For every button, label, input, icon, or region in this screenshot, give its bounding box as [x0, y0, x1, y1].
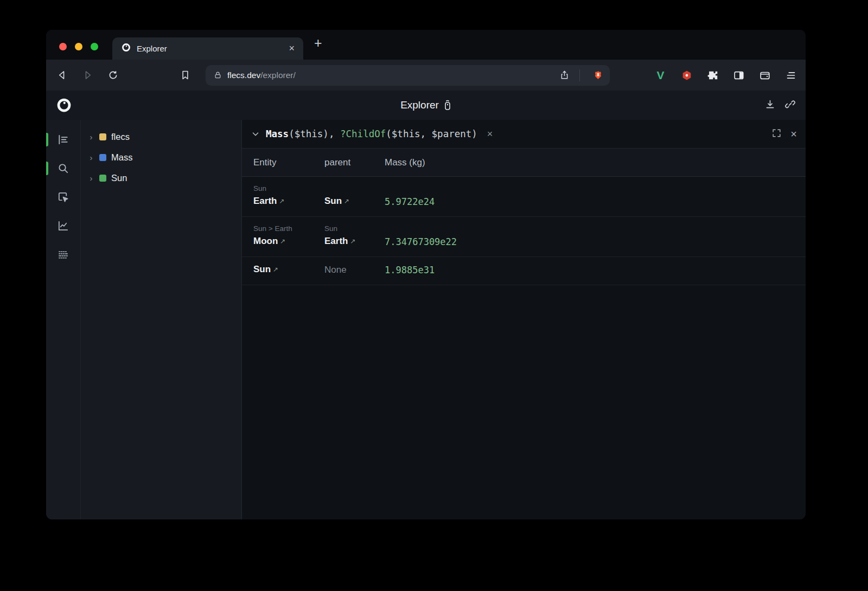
- url-text: flecs.dev/explorer/: [227, 70, 551, 80]
- url-domain: flecs.dev: [227, 70, 260, 80]
- external-link-icon: ↗: [350, 237, 355, 245]
- divider: [579, 69, 580, 81]
- entity-name: Moon: [253, 236, 278, 246]
- extensions-puzzle-icon[interactable]: [705, 68, 720, 82]
- mass-cell: 5.9722e24: [373, 196, 806, 208]
- brave-shields-icon[interactable]: [593, 70, 603, 80]
- column-mass: Mass (kg): [373, 157, 806, 168]
- close-panel-icon[interactable]: ×: [790, 129, 797, 139]
- query-bar: Mass($this), ?ChildOf($this, $parent) × …: [242, 120, 806, 148]
- entity-link[interactable]: Earth↗: [324, 235, 373, 248]
- entity-link[interactable]: Earth↗: [253, 195, 313, 208]
- entity-color-swatch: [99, 154, 106, 161]
- expander-icon[interactable]: ›: [88, 153, 94, 162]
- back-button[interactable]: [54, 67, 70, 83]
- external-link-icon: ↗: [273, 266, 278, 273]
- new-tab-button[interactable]: +: [314, 35, 322, 51]
- expander-icon[interactable]: ›: [88, 174, 94, 183]
- bookmark-icon[interactable]: [177, 67, 193, 83]
- empty-results-area: [242, 285, 806, 519]
- app-header-actions: [764, 99, 796, 112]
- link-icon[interactable]: [784, 99, 796, 112]
- query-segment: ?ChildOf: [340, 129, 386, 139]
- app-title: Explorer: [400, 99, 439, 111]
- external-link-icon: ↗: [344, 197, 349, 205]
- reload-button[interactable]: [105, 67, 121, 83]
- url-path: /explorer/: [260, 70, 296, 80]
- parent-none: None: [324, 264, 373, 276]
- query-input[interactable]: Mass($this), ?ChildOf($this, $parent): [266, 129, 477, 139]
- tab-explorer[interactable]: Explorer ×: [112, 37, 303, 60]
- entity-link[interactable]: Sun↗: [253, 264, 313, 276]
- chevron-down-icon[interactable]: [251, 129, 260, 139]
- vue-devtools-icon[interactable]: V: [653, 68, 668, 82]
- lock-icon: [214, 71, 222, 79]
- hexagon-extension-icon[interactable]: [679, 68, 694, 82]
- app-header: Explorer: [46, 91, 806, 120]
- flecs-favicon-icon: [121, 42, 131, 55]
- tree-item-sun[interactable]: › Sun: [88, 168, 241, 188]
- tree-item-flecs[interactable]: › flecs: [88, 126, 241, 147]
- close-window-button[interactable]: [59, 43, 67, 50]
- tab-title: Explorer: [137, 44, 282, 53]
- app-title-wrap: Explorer: [46, 99, 806, 111]
- tab-close-icon[interactable]: ×: [288, 43, 296, 54]
- entity-tree-panel: › flecs › Mass › Sun: [80, 120, 241, 519]
- rest-log-button[interactable]: [46, 243, 80, 265]
- query-panel: Mass($this), ?ChildOf($this, $parent) × …: [241, 120, 806, 519]
- download-icon[interactable]: [764, 99, 776, 112]
- entity-name: Sun: [253, 264, 271, 274]
- icon-sidebar: [46, 120, 80, 519]
- wallet-icon[interactable]: [757, 68, 772, 82]
- entity-cell: Sun > Earth Moon↗: [242, 223, 313, 248]
- parent-cell: None: [313, 264, 373, 276]
- entity-link[interactable]: Moon↗: [253, 235, 313, 248]
- remote-icon: [444, 100, 451, 111]
- query-segment: ($this),: [289, 129, 340, 139]
- entity-path: Sun > Earth: [253, 223, 313, 234]
- mass-cell: 7.34767309e22: [373, 236, 806, 248]
- maximize-window-button[interactable]: [91, 43, 98, 50]
- menu-icon[interactable]: [783, 68, 798, 82]
- mass-value: 5.9722e24: [385, 196, 806, 208]
- clear-query-icon[interactable]: ×: [487, 129, 493, 140]
- mass-value: 7.34767309e22: [385, 236, 806, 248]
- extensions-cluster: V: [653, 68, 798, 82]
- entity-cell: Sun↗: [242, 264, 313, 276]
- entity-name: Earth: [324, 236, 348, 246]
- tree-item-label: flecs: [111, 132, 130, 142]
- search-button[interactable]: [46, 157, 80, 179]
- table-row: Sun↗ None 1.9885e31: [242, 257, 806, 285]
- tab-strip: Explorer × +: [46, 30, 806, 60]
- table-row: Sun Earth↗ Sun↗ 5.9722e24: [242, 177, 806, 217]
- mass-cell: 1.9885e31: [373, 264, 806, 276]
- entity-color-swatch: [99, 133, 106, 140]
- expander-icon[interactable]: ›: [88, 132, 94, 142]
- query-segment: Mass: [266, 129, 289, 139]
- browser-toolbar: flecs.dev/explorer/ V: [46, 60, 806, 91]
- tree-view-button[interactable]: [46, 129, 80, 150]
- entity-link[interactable]: Sun↗: [324, 195, 373, 208]
- parent-cell: Sun↗: [313, 195, 373, 208]
- share-icon[interactable]: [559, 70, 570, 80]
- expand-icon[interactable]: [771, 128, 782, 140]
- sidebar-toggle-icon[interactable]: [731, 68, 746, 82]
- browser-window: Explorer × + flecs.: [46, 30, 806, 519]
- external-link-icon: ↗: [280, 237, 285, 245]
- entity-name: Sun: [324, 196, 342, 206]
- inspect-button[interactable]: [46, 186, 80, 208]
- query-bar-actions: ×: [771, 128, 797, 140]
- query-segment: ($this, $parent): [386, 129, 477, 139]
- window-controls: [46, 43, 112, 50]
- entity-cell: Sun Earth↗: [242, 183, 313, 208]
- address-bar[interactable]: flecs.dev/explorer/: [206, 65, 610, 86]
- minimize-window-button[interactable]: [75, 43, 82, 50]
- app-content: › flecs › Mass › Sun: [46, 120, 806, 519]
- tree-item-label: Mass: [111, 152, 132, 163]
- tree-item-mass[interactable]: › Mass: [88, 147, 241, 168]
- forward-button[interactable]: [79, 67, 95, 83]
- stats-button[interactable]: [46, 215, 80, 236]
- table-header: Entity parent Mass (kg): [242, 148, 806, 177]
- external-link-icon: ↗: [279, 197, 284, 205]
- flecs-logo-icon: [56, 97, 72, 113]
